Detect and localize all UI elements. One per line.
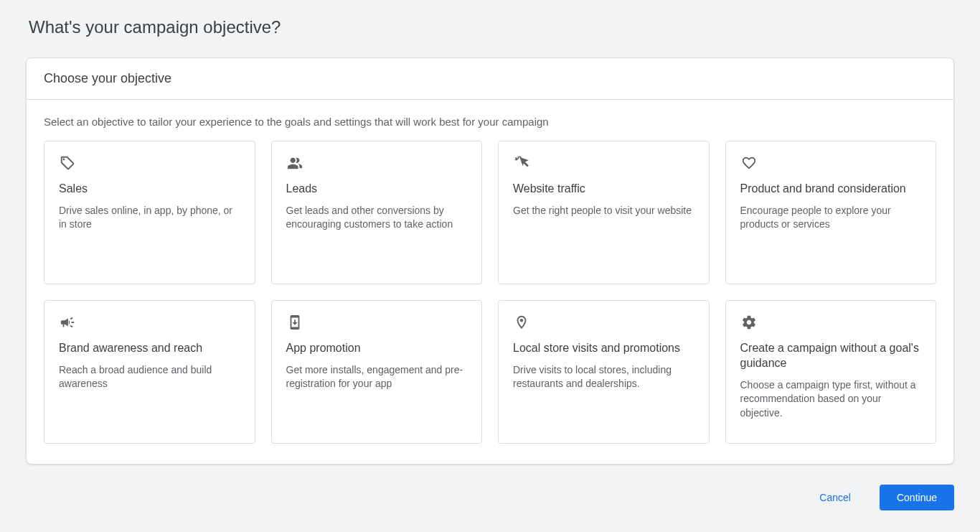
objective-title: Leads [286,182,468,197]
objective-desc: Choose a campaign type first, without a … [740,378,922,421]
objective-desc: Get leads and other conversions by encou… [286,204,468,232]
objective-title: Website traffic [513,182,694,197]
cancel-button[interactable]: Cancel [802,485,868,510]
location-pin-icon [513,314,530,331]
objective-desc: Get more installs, engagement and pre-re… [286,363,468,391]
objective-leads[interactable]: Leads Get leads and other conversions by… [271,141,483,284]
objective-title: Local store visits and promotions [513,341,694,356]
card-header-title: Choose your objective [44,71,936,86]
objective-website-traffic[interactable]: Website traffic Get the right people to … [498,141,710,284]
card-header: Choose your objective [27,58,953,100]
objective-brand-awareness[interactable]: Brand awareness and reach Reach a broad … [44,300,255,444]
objective-local-store[interactable]: Local store visits and promotions Drive … [498,300,710,444]
objective-app-promotion[interactable]: App promotion Get more installs, engagem… [271,300,483,444]
objective-product-brand[interactable]: Product and brand consideration Encourag… [725,141,937,284]
objectives-grid: Sales Drive sales online, in app, by pho… [44,141,936,444]
people-icon [286,154,303,172]
page-title: What's your campaign objective? [29,17,954,37]
objective-title: Create a campaign without a goal's guida… [740,341,922,371]
heart-icon [740,154,758,172]
objective-title: Product and brand consideration [740,182,922,197]
objective-desc: Drive visits to local stores, including … [513,363,694,391]
objective-desc: Get the right people to visit your websi… [513,204,694,218]
objective-title: Brand awareness and reach [59,341,240,356]
gear-icon [740,314,758,331]
footer-actions: Cancel Continue [26,485,954,510]
objective-desc: Drive sales online, in app, by phone, or… [59,204,240,232]
intro-text: Select an objective to tailor your exper… [44,116,936,128]
phone-icon [286,314,303,331]
megaphone-icon [59,314,76,331]
objective-title: App promotion [286,341,468,356]
objective-no-goal[interactable]: Create a campaign without a goal's guida… [725,300,937,444]
tag-icon [59,154,76,172]
cursor-click-icon [513,154,530,172]
objective-card-panel: Choose your objective Select an objectiv… [26,57,954,465]
objective-desc: Reach a broad audience and build awarene… [59,363,240,391]
objective-sales[interactable]: Sales Drive sales online, in app, by pho… [44,141,255,284]
objective-title: Sales [59,182,240,197]
continue-button[interactable]: Continue [880,485,954,510]
objective-desc: Encourage people to explore your product… [740,204,922,232]
